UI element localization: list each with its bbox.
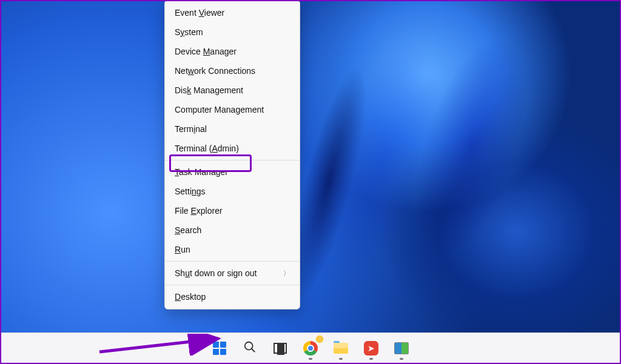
winx-context-menu: Event ViewerSystemDevice ManagerNetwork … bbox=[164, 0, 300, 309]
menu-item-system[interactable]: System bbox=[165, 22, 300, 42]
running-indicator bbox=[369, 358, 373, 360]
chrome-icon bbox=[303, 341, 318, 356]
menu-item-label: Desktop bbox=[175, 292, 206, 302]
chevron-right-icon: 〉 bbox=[283, 269, 290, 278]
menu-item-file_explorer[interactable]: File Explorer bbox=[165, 201, 300, 220]
menu-item-label: Task Manager bbox=[175, 167, 228, 177]
svg-point-1 bbox=[245, 342, 253, 349]
running-indicator bbox=[309, 358, 312, 360]
menu-item-label: File Explorer bbox=[175, 206, 223, 216]
menu-item-label: Shut down or sign out bbox=[175, 268, 257, 278]
menu-item-label: Event Viewer bbox=[175, 8, 224, 18]
menu-item-computer_management[interactable]: Computer Management bbox=[165, 100, 300, 119]
svg-line-2 bbox=[252, 348, 255, 352]
task-view-icon bbox=[274, 343, 287, 354]
menu-item-label: Disk Management bbox=[175, 85, 243, 95]
menu-item-settings[interactable]: Settings bbox=[165, 182, 300, 201]
menu-separator bbox=[165, 261, 300, 262]
windows-start-icon bbox=[213, 342, 226, 355]
menu-item-label: Run bbox=[175, 245, 190, 254]
running-indicator bbox=[400, 358, 403, 360]
menu-item-terminal[interactable]: Terminal bbox=[165, 119, 300, 139]
menu-item-desktop[interactable]: Desktop bbox=[165, 287, 300, 306]
todoist-icon: ➤ bbox=[364, 341, 378, 356]
menu-item-network_connections[interactable]: Network Connections bbox=[165, 61, 300, 81]
menu-separator bbox=[165, 285, 300, 285]
file-explorer-app[interactable] bbox=[329, 336, 353, 360]
menu-item-label: Terminal (Admin) bbox=[175, 144, 239, 153]
menu-item-terminal_admin[interactable]: Terminal (Admin) bbox=[165, 139, 300, 158]
menu-item-event_viewer[interactable]: Event Viewer bbox=[165, 3, 300, 22]
menu-item-label: Network Connections bbox=[175, 66, 255, 76]
menu-item-run[interactable]: Run bbox=[165, 240, 300, 259]
todoist-app[interactable]: ➤ bbox=[359, 336, 383, 360]
search-button[interactable] bbox=[238, 336, 262, 360]
menu-item-label: System bbox=[175, 27, 203, 37]
taskbar: ➤ bbox=[1, 333, 620, 363]
search-icon bbox=[243, 340, 257, 356]
menu-item-shut_down[interactable]: Shut down or sign out〉 bbox=[165, 263, 300, 283]
menu-item-label: Search bbox=[175, 225, 201, 235]
menu-item-device_manager[interactable]: Device Manager bbox=[165, 42, 300, 61]
menu-item-label: Settings bbox=[175, 187, 206, 196]
profile-badge-icon bbox=[315, 335, 324, 343]
chrome-app[interactable] bbox=[298, 336, 323, 360]
menu-separator bbox=[165, 160, 300, 160]
control-panel-icon bbox=[394, 342, 409, 354]
start-button[interactable] bbox=[207, 336, 232, 360]
menu-item-disk_management[interactable]: Disk Management bbox=[165, 81, 300, 100]
running-indicator bbox=[339, 358, 343, 360]
desktop-wallpaper bbox=[1, 1, 620, 363]
menu-item-label: Device Manager bbox=[175, 47, 237, 56]
menu-item-search[interactable]: Search bbox=[165, 220, 300, 240]
menu-item-label: Computer Management bbox=[175, 105, 264, 114]
menu-item-label: Terminal bbox=[175, 124, 207, 134]
task-view-button[interactable] bbox=[268, 336, 292, 360]
file-explorer-icon bbox=[334, 343, 348, 354]
menu-item-task_manager[interactable]: Task Manager bbox=[165, 162, 300, 182]
control-panel-app[interactable] bbox=[389, 336, 414, 360]
